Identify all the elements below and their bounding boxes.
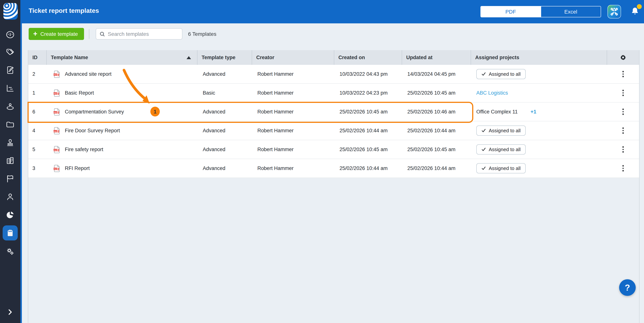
assigned-to-all-chip[interactable]: Assigned to all [476, 69, 526, 79]
tutorial-step-badge: 1 [150, 107, 160, 116]
check-icon [481, 166, 486, 171]
stamp-icon [6, 138, 15, 147]
pdf-file-icon: PDF [54, 108, 60, 116]
plus-icon: + [33, 30, 37, 37]
assigned-to-all-chip[interactable]: Assigned to all [476, 144, 526, 154]
sidebar-item-projects[interactable] [3, 153, 18, 168]
svg-text:PDF: PDF [54, 168, 57, 170]
cell-template-type: Basic [198, 90, 252, 96]
search-input[interactable] [108, 31, 178, 37]
column-header-updated-at[interactable]: Updated at [402, 50, 471, 65]
create-template-button[interactable]: + Create template [29, 28, 84, 40]
user-icon [6, 192, 15, 201]
sidebar-expand-button[interactable] [3, 306, 18, 319]
row-actions-menu-button[interactable] [618, 106, 629, 118]
chevron-right-icon [6, 308, 14, 316]
cell-id: 4 [28, 128, 47, 134]
cell-actions [607, 68, 639, 80]
statistics-icon [6, 84, 15, 93]
help-button[interactable]: ? [619, 279, 636, 296]
sidebar-item-settings[interactable] [3, 244, 18, 259]
row-actions-menu-button[interactable] [618, 87, 629, 98]
table-row[interactable]: 1 PDF Basic Report Basic Robert Hammer [28, 84, 639, 102]
folder-icon [6, 120, 15, 129]
sidebar-item-contacts[interactable] [3, 189, 18, 204]
cell-id: 2 [28, 71, 47, 77]
cell-assigned-projects: Assigned to all [471, 144, 607, 154]
settings-gears-icon [6, 247, 15, 256]
assigned-to-all-chip[interactable]: Assigned to all [476, 126, 526, 136]
column-header-creator[interactable]: Creator [252, 50, 334, 65]
row-actions-menu-button[interactable] [618, 163, 629, 174]
cell-created-on: 10/03/2022 04:23 pm [334, 90, 402, 96]
topbar: Ticket report templates PDF Excel [22, 0, 644, 23]
table-row[interactable]: 5 PDF Fire safety report Advanced Robert… [28, 140, 639, 159]
sidebar-item-tags[interactable] [3, 44, 18, 60]
notification-badge-dot [637, 4, 642, 9]
check-icon [481, 72, 486, 76]
app-logo [4, 3, 18, 20]
toolbar-divider [89, 29, 89, 39]
form-signature-icon [6, 66, 15, 75]
assigned-project-name: Office Complex 11 [476, 109, 518, 114]
table-row[interactable]: 3 PDF RFI Report Advanced Robert Hammer [28, 159, 639, 178]
format-excel-button[interactable]: Excel [540, 6, 601, 17]
cell-created-on: 25/02/2026 10:44 am [334, 128, 402, 134]
column-header-created-on[interactable]: Created on [334, 50, 402, 65]
format-pdf-button[interactable]: PDF [481, 6, 540, 17]
dashboard-icon [6, 30, 15, 39]
sidebar-item-milestones[interactable] [3, 171, 18, 186]
sort-ascending-icon [186, 56, 191, 59]
sidebar-item-statistics[interactable] [3, 81, 18, 96]
cell-updated-at: 25/02/2026 10:45 am [402, 90, 471, 96]
cell-assigned-projects: Assigned to all [471, 69, 607, 79]
flag-icon [6, 174, 15, 183]
column-header-template-type[interactable]: Template type [198, 50, 252, 65]
main-content: + Create template 6 Templates ID Templat… [22, 23, 644, 323]
pdf-file-icon: PDF [54, 70, 60, 78]
assigned-to-all-chip[interactable]: Assigned to all [476, 163, 526, 173]
sidebar-item-forms[interactable] [3, 62, 18, 78]
cell-created-on: 25/02/2026 10:44 am [334, 166, 402, 171]
cell-created-on: 25/02/2026 10:45 am [334, 109, 402, 114]
row-actions-menu-button[interactable] [618, 125, 629, 136]
cell-updated-at: 25/02/2026 10:46 am [402, 109, 471, 114]
notifications-button[interactable] [628, 5, 641, 18]
column-header-template-name[interactable]: Template Name [47, 50, 198, 65]
row-actions-menu-button[interactable] [618, 68, 629, 80]
pie-chart-icon [6, 210, 15, 219]
cell-actions [607, 106, 639, 118]
column-header-assigned-projects[interactable]: Assigned projects [471, 50, 607, 65]
cell-actions [607, 125, 639, 136]
assigned-project-link[interactable]: ABC Logistics [476, 90, 508, 96]
column-settings-button[interactable] [607, 50, 639, 65]
cell-template-type: Advanced [198, 71, 252, 77]
table-row-highlighted[interactable]: 6 PDF Compartmentation Survey Advanced R… [28, 102, 639, 121]
buildings-icon [6, 156, 15, 165]
sidebar-item-templates[interactable] [3, 226, 18, 240]
cell-template-name: PDF Compartmentation Survey [47, 108, 198, 116]
sidebar-item-site-presence[interactable] [3, 99, 18, 114]
sidebar-item-approvals[interactable] [3, 135, 18, 150]
cell-actions [607, 163, 639, 174]
row-actions-menu-button[interactable] [618, 144, 629, 155]
report-format-toggle: PDF Excel [480, 6, 601, 17]
cell-creator: Robert Hammer [252, 109, 334, 114]
cell-creator: Robert Hammer [252, 166, 334, 171]
table-row[interactable]: 2 PDF Advanced site report Advanced Robe… [28, 65, 639, 84]
table-row[interactable]: 4 PDF Fire Door Survey Report Advanced R… [28, 121, 639, 140]
app-window: Ticket report templates PDF Excel + Crea… [0, 0, 644, 323]
svg-text:PDF: PDF [54, 111, 57, 113]
cell-creator: Robert Hammer [252, 128, 334, 134]
sidebar-item-dashboard[interactable] [3, 27, 18, 42]
cell-template-name: PDF Fire Door Survey Report [47, 127, 198, 134]
pdf-file-icon: PDF [54, 127, 60, 134]
tags-icon [6, 48, 15, 56]
ai-assistant-button[interactable] [608, 5, 621, 18]
more-projects-link[interactable]: +1 [530, 109, 536, 114]
sidebar-item-reports[interactable] [3, 207, 18, 222]
cell-updated-at: 14/03/2024 04:45 pm [402, 71, 471, 77]
cell-assigned-projects: ABC Logistics [471, 90, 607, 96]
sidebar-item-documents[interactable] [3, 117, 18, 132]
column-header-id[interactable]: ID [28, 50, 47, 65]
